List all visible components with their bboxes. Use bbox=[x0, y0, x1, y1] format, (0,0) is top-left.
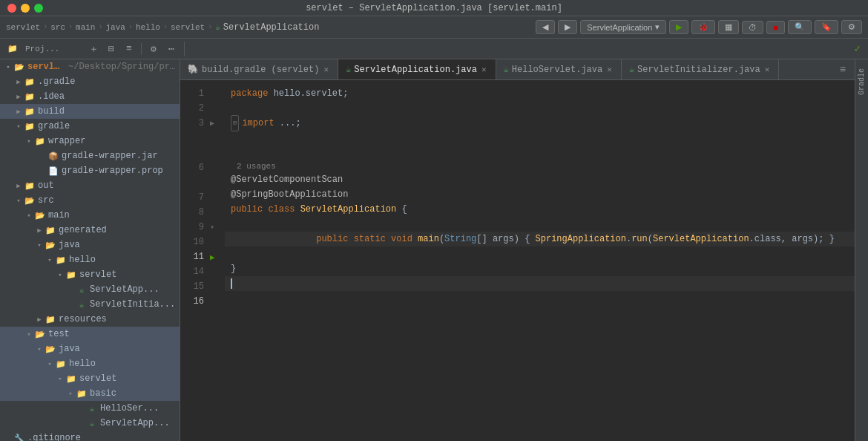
tree-out[interactable]: ▶ 📁 out bbox=[0, 178, 180, 193]
tree-idea[interactable]: ▶ 📁 .idea bbox=[0, 89, 180, 104]
expand-icon[interactable]: ▾ bbox=[55, 373, 65, 384]
run-dropdown[interactable]: ServletApplication ▾ bbox=[580, 20, 666, 34]
line-num-8: 8 bbox=[180, 205, 210, 220]
minimize-button[interactable] bbox=[21, 4, 30, 13]
new-element-button[interactable]: ＋ bbox=[85, 42, 102, 56]
tree-build[interactable]: ▶ 📁 build bbox=[0, 104, 180, 119]
tree-gradle-jar[interactable]: ▶ 📦 gradle-wrapper.jar bbox=[0, 148, 180, 163]
tree-gradle[interactable]: ▾ 📁 gradle bbox=[0, 119, 180, 134]
tree-servlet-main[interactable]: ▾ 📁 servlet bbox=[0, 267, 180, 282]
tree-generated[interactable]: ▶ 📁 generated bbox=[0, 223, 180, 238]
tree-root[interactable]: ▾ 📂 servlet ~/Desktop/Spring/pr... bbox=[0, 59, 180, 74]
expand-all-button[interactable]: ≡ bbox=[121, 42, 137, 56]
search-button[interactable]: 🔍 bbox=[788, 20, 812, 34]
tree-src[interactable]: ▾ 📂 src bbox=[0, 193, 180, 208]
expand-icon[interactable]: ▾ bbox=[55, 270, 65, 280]
tree-test-java[interactable]: ▾ 📂 java bbox=[0, 342, 180, 356]
expand-icon[interactable]: ▾ bbox=[34, 240, 45, 250]
expand-icon[interactable]: ▾ bbox=[24, 210, 34, 220]
expand-icon[interactable]: ▾ bbox=[65, 388, 76, 399]
settings-button[interactable]: ⚙ bbox=[841, 20, 862, 34]
tree-servlet-init[interactable]: ▶ ☕ ServletInitia... bbox=[0, 297, 180, 312]
code-line-4 bbox=[225, 131, 855, 146]
dropdown-icon: ▾ bbox=[655, 22, 660, 32]
tree-gradle-prop[interactable]: ▶ 📄 gradle-wrapper.prop bbox=[0, 163, 180, 178]
tab-close-button[interactable]: ✕ bbox=[480, 65, 488, 74]
tab-hello-servlet[interactable]: ☕ HelloServlet.java ✕ bbox=[496, 59, 622, 80]
expand-icon[interactable]: ▾ bbox=[34, 344, 45, 354]
fold-block-icon[interactable]: ⊞ bbox=[231, 115, 239, 131]
tab-build-gradle[interactable]: 🐘 build.gradle (servlet) ✕ bbox=[180, 59, 338, 80]
expand-icon[interactable]: ▶ bbox=[13, 180, 24, 191]
fold-class-icon[interactable]: ▾ bbox=[210, 223, 214, 232]
back-button[interactable]: ◀ bbox=[536, 20, 555, 34]
tree-servlet-app-main[interactable]: ▶ ☕ ServletApp... bbox=[0, 282, 180, 297]
folder-icon: 📁 bbox=[24, 180, 36, 192]
bookmark-button[interactable]: 🔖 bbox=[815, 20, 838, 34]
code-editor[interactable]: 1 2 3 6 7 8 9 10 11 14 15 16 bbox=[180, 80, 855, 441]
nav-active-file[interactable]: ☕ ServletApplication bbox=[215, 22, 319, 33]
tree-servlet-app-test[interactable]: ▶ ☕ ServletApp... bbox=[0, 416, 180, 431]
collapse-all-button[interactable]: ⊟ bbox=[103, 42, 119, 56]
debug-button[interactable]: 🐞 bbox=[691, 20, 715, 34]
project-label[interactable]: Proj... bbox=[22, 42, 62, 56]
expand-icon[interactable]: ▾ bbox=[24, 136, 34, 146]
project-icon: 📁 bbox=[4, 42, 21, 56]
code-content[interactable]: package hello.servlet; ⊞import ...; 2 us… bbox=[225, 80, 855, 441]
expand-icon[interactable]: ▾ bbox=[13, 121, 24, 131]
expand-icon[interactable]: ▾ bbox=[45, 359, 55, 369]
expand-icon[interactable]: ▶ bbox=[34, 314, 45, 324]
tree-test[interactable]: ▾ 📂 test bbox=[0, 327, 180, 342]
line-num-9: 9 bbox=[180, 220, 210, 235]
tree-main[interactable]: ▾ 📂 main bbox=[0, 208, 180, 223]
expand-icon[interactable]: ▾ bbox=[24, 329, 34, 339]
code-line-16 bbox=[225, 276, 855, 291]
run-button[interactable]: ▶ bbox=[669, 20, 688, 34]
expand-icon[interactable]: ▾ bbox=[3, 62, 13, 72]
expand-icon[interactable]: ▾ bbox=[45, 255, 55, 265]
tree-java-main[interactable]: ▾ 📂 java bbox=[0, 238, 180, 252]
maximize-button[interactable] bbox=[34, 4, 43, 13]
tab-servlet-initializer[interactable]: ☕ ServletInitializer.java ✕ bbox=[622, 59, 780, 80]
close-button[interactable] bbox=[7, 4, 16, 13]
forward-button[interactable]: ▶ bbox=[558, 20, 577, 34]
coverage-button[interactable]: ▦ bbox=[718, 20, 739, 34]
tab-servlet-application[interactable]: ☕ ServletApplication.java ✕ bbox=[338, 59, 496, 80]
nav-src[interactable]: src bbox=[50, 23, 65, 32]
expand-icon[interactable]: ▶ bbox=[13, 76, 24, 87]
tree-resources[interactable]: ▶ 📁 resources bbox=[0, 312, 180, 327]
nav-main[interactable]: main bbox=[76, 23, 95, 32]
nav-java[interactable]: java bbox=[105, 23, 125, 32]
stop-button[interactable]: ■ bbox=[766, 21, 785, 34]
tree-hello-servlet-test[interactable]: ▶ ☕ HelloSer... bbox=[0, 401, 180, 416]
expand-icon[interactable]: ▶ bbox=[34, 225, 45, 235]
code-line-7: @ServletComponentScan bbox=[225, 172, 855, 187]
expand-icon[interactable]: ▶ bbox=[13, 91, 24, 102]
more-options-button[interactable]: ⋯ bbox=[163, 42, 180, 56]
gradle-panel-label[interactable]: Gradle bbox=[858, 68, 866, 95]
run-method-icon[interactable]: ▶ bbox=[210, 252, 215, 262]
tree-test-basic[interactable]: ▾ 📁 basic bbox=[0, 386, 180, 401]
profile-button[interactable]: ⏱ bbox=[742, 21, 763, 34]
code-line-6 bbox=[225, 146, 855, 160]
tabs-menu-button[interactable]: ≡ bbox=[835, 62, 850, 77]
tab-close-button[interactable]: ✕ bbox=[605, 65, 614, 74]
file-icon: 📦 bbox=[47, 150, 59, 162]
nav-project[interactable]: servlet bbox=[6, 23, 40, 32]
tree-test-servlet[interactable]: ▾ 📁 servlet bbox=[0, 371, 180, 386]
nav-servlet[interactable]: servlet bbox=[171, 23, 205, 32]
tab-close-button[interactable]: ✕ bbox=[763, 65, 772, 74]
file-icon: 📄 bbox=[47, 165, 59, 177]
gutter-11[interactable]: ▶ bbox=[210, 249, 225, 264]
expand-icon[interactable]: ▶ bbox=[13, 106, 24, 117]
tab-close-button[interactable]: ✕ bbox=[322, 65, 330, 74]
tree-test-hello[interactable]: ▾ 📁 hello bbox=[0, 356, 180, 371]
tree-gitignore[interactable]: ▶ 🔧 .gitignore bbox=[0, 431, 180, 441]
tree-gradle-hidden[interactable]: ▶ 📁 .gradle bbox=[0, 74, 180, 89]
settings-gear-button[interactable]: ⚙ bbox=[145, 42, 162, 56]
tree-hello-main[interactable]: ▾ 📁 hello bbox=[0, 252, 180, 267]
fold-import-icon[interactable]: ▶ bbox=[210, 119, 214, 128]
nav-hello[interactable]: hello bbox=[136, 23, 160, 32]
tree-wrapper[interactable]: ▾ 📁 wrapper bbox=[0, 134, 180, 148]
expand-icon[interactable]: ▾ bbox=[13, 195, 24, 206]
